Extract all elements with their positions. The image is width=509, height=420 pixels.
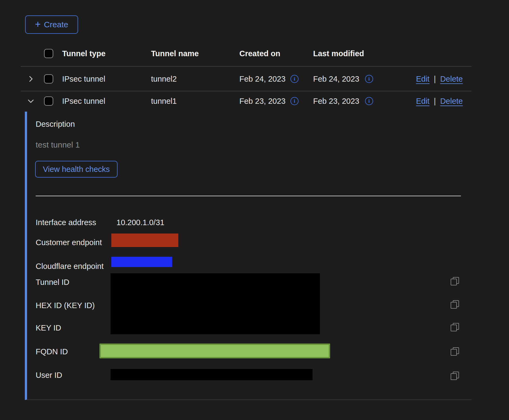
action-separator: |	[434, 74, 436, 83]
copy-icon[interactable]	[451, 277, 459, 285]
tunnel-type-cell: IPsec tunnel	[62, 74, 105, 83]
tunnel-id-label: Tunnel ID	[36, 278, 69, 287]
header-created-on: Created on	[239, 49, 280, 58]
copy-icon[interactable]	[451, 347, 459, 356]
chevron-down-icon[interactable]	[27, 97, 35, 105]
cloudflare-endpoint-label: Cloudflare endpoint	[36, 262, 104, 271]
hex-id-label: HEX ID (KEY ID)	[36, 301, 95, 310]
row-checkbox[interactable]	[44, 96, 53, 106]
copy-icon[interactable]	[451, 372, 459, 380]
info-icon[interactable]	[365, 75, 373, 83]
tunnel-type-cell: IPsec tunnel	[62, 96, 105, 105]
description-value: test tunnel 1	[36, 140, 80, 149]
interface-address-value: 10.200.1.0/31	[116, 218, 164, 227]
table-header-row: Tunnel type Tunnel name Created on Last …	[21, 41, 471, 67]
info-icon[interactable]	[290, 97, 299, 105]
tunnels-page: Create Tunnel type Tunnel name Created o…	[0, 0, 509, 420]
last-modified-cell: Feb 23, 2023	[313, 96, 359, 105]
delete-link[interactable]: Delete	[440, 96, 463, 105]
select-all-checkbox[interactable]	[44, 49, 53, 58]
customer-endpoint-redacted-value	[111, 234, 178, 247]
tunnel-detail-panel: Description test tunnel 1 View health ch…	[25, 112, 471, 400]
info-icon[interactable]	[365, 97, 373, 105]
header-tunnel-name: Tunnel name	[151, 49, 199, 58]
copy-icon[interactable]	[451, 300, 459, 309]
info-icon[interactable]	[290, 75, 299, 83]
cloudflare-endpoint-redacted-value	[111, 257, 172, 267]
section-divider	[36, 196, 461, 196]
row-checkbox[interactable]	[44, 74, 53, 84]
description-label: Description	[36, 120, 75, 129]
fqdn-id-label: FQDN ID	[36, 347, 68, 356]
created-on-cell: Feb 23, 2023	[239, 96, 286, 105]
last-modified-cell: Feb 24, 2023	[313, 74, 359, 83]
action-separator: |	[434, 96, 436, 105]
interface-address-label: Interface address	[36, 218, 96, 227]
edit-link[interactable]: Edit	[416, 74, 430, 83]
create-button[interactable]: Create	[25, 15, 78, 34]
edit-link[interactable]: Edit	[416, 96, 430, 105]
view-health-checks-label: View health checks	[43, 165, 110, 174]
table-row: IPsec tunnel tunnel2 Feb 24, 2023 Feb 24…	[21, 67, 471, 91]
ids-redacted-value	[110, 273, 320, 334]
tunnels-table: Tunnel type Tunnel name Created on Last …	[21, 41, 471, 111]
delete-link[interactable]: Delete	[440, 74, 463, 83]
tunnel-name-cell: tunnel1	[151, 96, 177, 105]
user-id-label: User ID	[36, 371, 62, 380]
header-tunnel-type: Tunnel type	[62, 49, 106, 58]
chevron-right-icon[interactable]	[27, 75, 35, 83]
created-on-cell: Feb 24, 2023	[239, 74, 286, 83]
header-last-modified: Last modified	[313, 49, 364, 58]
view-health-checks-button[interactable]: View health checks	[35, 161, 118, 178]
customer-endpoint-label: Customer endpoint	[36, 238, 102, 247]
create-button-label: Create	[44, 20, 68, 29]
user-id-redacted-value	[110, 369, 313, 380]
fqdn-id-redacted-value	[99, 344, 330, 358]
table-row: IPsec tunnel tunnel1 Feb 23, 2023 Feb 23…	[21, 91, 471, 111]
key-id-label: KEY ID	[36, 324, 61, 332]
copy-icon[interactable]	[451, 323, 459, 331]
tunnel-name-cell: tunnel2	[151, 74, 177, 83]
plus-icon	[35, 19, 41, 29]
